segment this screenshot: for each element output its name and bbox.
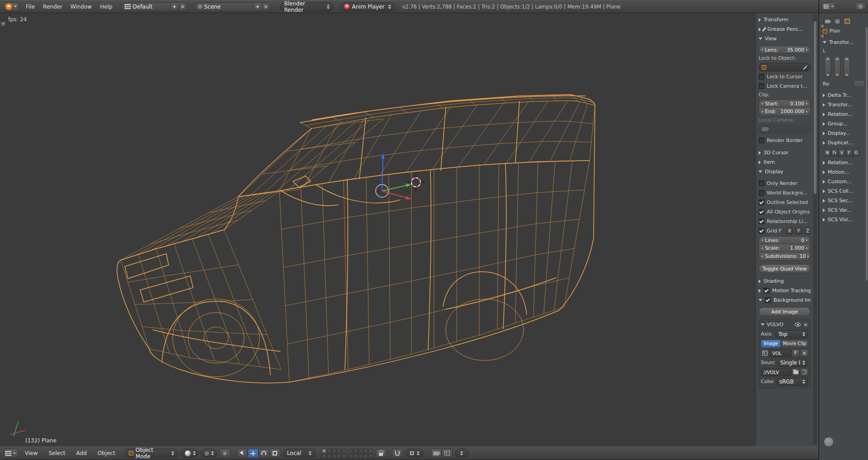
lock-to-scene-toggle[interactable] (376, 449, 387, 458)
panel-header-relations[interactable]: Relation... (823, 110, 865, 119)
layer-cell[interactable] (359, 449, 363, 453)
checkbox-checked[interactable] (759, 209, 764, 215)
layer-cell[interactable] (322, 454, 326, 458)
scrollbar-thumb[interactable] (866, 27, 868, 280)
scale-manipulator-button[interactable] (269, 449, 280, 458)
layer-cell[interactable] (332, 454, 336, 458)
panel-header-display[interactable]: Display... (823, 129, 865, 138)
3d-viewport[interactable]: fps: 24 (132) Plane (0, 13, 755, 446)
dup-faces-button[interactable]: F (845, 149, 853, 156)
checkbox[interactable] (759, 138, 764, 143)
image-browse-button[interactable] (761, 349, 769, 357)
add-scene-button[interactable] (253, 2, 262, 11)
properties-context-button[interactable] (855, 2, 866, 10)
filepath-field[interactable]: //VOLV (761, 368, 791, 376)
axis-x-toggle[interactable]: X (786, 228, 793, 234)
tab-object-icon[interactable] (844, 18, 851, 25)
editor-type-button[interactable] (821, 2, 836, 10)
clip-end-field[interactable]: End: 1000.000 (759, 108, 811, 116)
decrement-icon[interactable] (845, 74, 848, 76)
panel-header-shading[interactable]: Shading (759, 277, 811, 285)
menu-window[interactable]: Window (66, 4, 96, 10)
checkbox[interactable] (759, 190, 764, 196)
layer-cell[interactable] (354, 449, 358, 453)
fake-user-button[interactable]: F (792, 349, 800, 357)
eyedropper-icon[interactable] (803, 65, 807, 70)
panel-header-groups[interactable]: Group... (823, 119, 865, 128)
tool-shelf-open-tab[interactable] (0, 20, 7, 27)
panel-header-scs-collision[interactable]: SCS Coll... (823, 187, 865, 195)
layer-group-2[interactable] (349, 449, 373, 458)
decrement-icon[interactable] (826, 74, 829, 76)
grid-floor-row[interactable]: Grid F X Y Z (759, 227, 811, 235)
delete-screen-layout-button[interactable] (179, 2, 187, 11)
transform-orientation-dropdown[interactable]: Local (283, 449, 316, 458)
blender-menu-button[interactable] (4, 2, 19, 11)
layer-cell[interactable] (359, 454, 363, 458)
mode-dropdown[interactable]: Object Mode (125, 449, 178, 458)
opengl-render-button[interactable] (431, 449, 442, 458)
layer-cell[interactable] (368, 449, 373, 453)
editor-type-button[interactable] (4, 449, 18, 458)
decrement-icon[interactable] (761, 247, 763, 250)
image-name-field[interactable]: VOL (769, 349, 791, 357)
background-image-header[interactable]: VOLVO (761, 320, 808, 329)
anim-player-dropdown[interactable]: Anim Player (340, 2, 395, 11)
layer-cell[interactable] (363, 449, 368, 453)
render-engine-dropdown[interactable]: Blender Render (280, 2, 334, 11)
world-background-row[interactable]: World Backgro... (759, 189, 811, 197)
lock-object-picker[interactable] (759, 63, 811, 71)
extra-options-dropdown[interactable] (455, 449, 469, 458)
panel-header-background-images[interactable]: Background Im... (759, 296, 811, 304)
region-resize-widget[interactable] (824, 437, 834, 447)
lock-to-cursor-row[interactable]: Lock to Cursor (759, 72, 811, 81)
layer-cell[interactable] (363, 454, 368, 458)
layer-cell[interactable] (368, 454, 373, 458)
clip-start-field[interactable]: Start: 0.100 (759, 100, 811, 108)
grid-scale-field[interactable]: Scale: 1.000 (759, 244, 811, 252)
panel-header-duplication[interactable]: Duplicat... (823, 138, 865, 147)
opengl-render-anim-button[interactable] (442, 449, 453, 458)
remove-image-icon[interactable] (803, 322, 808, 327)
region-expand-icon[interactable]: ◂ (820, 33, 825, 38)
grid-lines-field[interactable]: Lines: 0 (759, 236, 811, 244)
dup-verts-button[interactable]: V (838, 149, 845, 156)
panel-header-custom-properties[interactable]: Custom... (823, 177, 865, 186)
image-toggle-button[interactable]: Image (761, 340, 781, 348)
scene-field[interactable]: Scene (194, 2, 253, 11)
panel-header-transform-locks[interactable]: Transfor... (823, 100, 865, 109)
tab-scene-icon[interactable] (834, 18, 841, 25)
layer-cell[interactable] (349, 454, 353, 458)
local-camera-picker[interactable] (759, 125, 811, 133)
increment-icon[interactable] (806, 239, 808, 242)
menu-render[interactable]: Render (39, 4, 66, 10)
file-browse-button[interactable] (792, 368, 800, 376)
decrement-icon[interactable] (761, 239, 763, 242)
decrement-icon[interactable] (836, 74, 839, 76)
menu-select[interactable]: Select (44, 450, 69, 456)
decrement-icon[interactable] (761, 48, 763, 51)
delete-scene-button[interactable] (262, 2, 270, 11)
rotation-field[interactable] (854, 80, 865, 88)
layer-cell[interactable] (337, 454, 341, 458)
lens-field[interactable]: Lens: 35.000 (759, 46, 811, 54)
layer-cell[interactable] (332, 449, 336, 453)
decrement-icon[interactable] (761, 255, 763, 258)
menu-object[interactable]: Object (94, 450, 119, 456)
reload-image-button[interactable] (800, 368, 808, 376)
tab-render-icon[interactable] (824, 18, 831, 25)
axis-y-toggle[interactable]: Y (795, 228, 802, 234)
layer-cell[interactable] (337, 449, 341, 453)
grid-subdivisions-field[interactable]: Subdivisions: 10 (759, 252, 811, 261)
relationship-lines-row[interactable]: Relationship Li... (759, 217, 811, 226)
outline-selected-row[interactable]: Outline Selected (759, 198, 811, 207)
scrollbar-thumb[interactable] (814, 21, 816, 194)
checkbox-checked[interactable] (759, 199, 764, 205)
panel-header-motion-paths[interactable]: Motion... (823, 168, 865, 176)
screen-layout-field[interactable]: Default (121, 2, 170, 11)
increment-icon[interactable] (826, 58, 829, 60)
visibility-eye-icon[interactable] (795, 322, 801, 327)
decrement-icon[interactable] (761, 102, 763, 105)
source-dropdown[interactable]: Single I (777, 359, 808, 367)
all-object-origins-row[interactable]: All Object Origins (759, 208, 811, 216)
